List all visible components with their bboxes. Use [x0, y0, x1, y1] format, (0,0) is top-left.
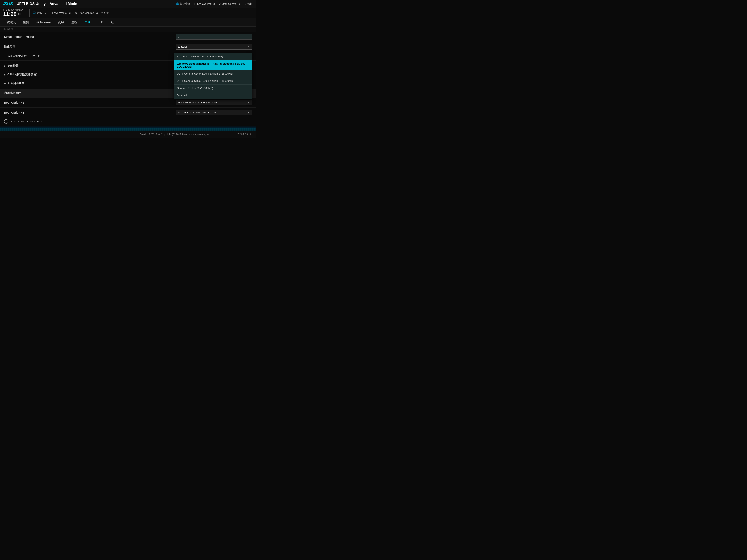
top-hint: 启动配置 — [0, 27, 256, 32]
dropdown-item-disabled[interactable]: Disabled — [174, 92, 252, 99]
setup-prompt-timeout-row: Setup Prompt Timeout — [0, 32, 256, 42]
bottom-decoration — [0, 126, 256, 131]
settings-icon[interactable]: ⚙ — [18, 12, 21, 16]
myfavorite-control-2[interactable]: ⊟ MyFavorite(F3) — [51, 11, 71, 15]
csm-label: CSM（兼容性支持模块） — [7, 73, 39, 77]
nav-advanced[interactable]: 高级 — [55, 18, 68, 26]
asus-logo: /SUS — [3, 1, 12, 6]
hotkey-control[interactable]: ? 热键 — [245, 2, 253, 6]
settings-panel: 启动配置 Setup Prompt Timeout 快速启动 Enabled A… — [0, 27, 256, 138]
fast-boot-value[interactable]: Enabled — [176, 44, 252, 50]
nav-favorites[interactable]: 收藏夹 — [3, 18, 19, 26]
setup-prompt-timeout-label: Setup Prompt Timeout — [4, 35, 176, 38]
fast-boot-label: 快速启动 — [4, 45, 176, 49]
language-control-2[interactable]: 🌐 简体中文 — [32, 11, 47, 15]
fan-icon: ⚙ — [218, 2, 221, 5]
dropdown-item-uefi-part2[interactable]: UEFI: General UDisk 5.00, Partition 2 (1… — [174, 78, 252, 85]
star-icon: ⊟ — [194, 2, 196, 5]
fast-boot-select[interactable]: Enabled — [176, 44, 252, 50]
boot-option-1-wrapper[interactable]: Windows Boot Manager (SATA6G... — [176, 100, 252, 105]
language-label: 简体中文 — [180, 2, 190, 6]
hotkey-label-2: 热键 — [104, 11, 109, 15]
nav-exit[interactable]: 退出 — [107, 18, 121, 26]
expand-arrow-1: ▶ — [4, 64, 6, 67]
qfan-control-2[interactable]: ⚙ Qfan Control(F6) — [75, 11, 98, 15]
nav-overview[interactable]: 概要 — [19, 18, 32, 26]
fast-boot-row: 快速启动 Enabled — [0, 42, 256, 52]
info-icon: i — [4, 119, 8, 124]
info-text: Sets the system boot order — [11, 120, 42, 123]
myfavorite-label-2: MyFavorite(F3) — [54, 11, 71, 15]
footer-right: 上一次的修改记录 — [233, 133, 252, 136]
boot-option-2-row: Boot Option #2 SATA6G_2: ST9500325AS (47… — [0, 108, 256, 117]
setup-prompt-timeout-value[interactable] — [176, 34, 252, 39]
header: /SUS UEFI BIOS Utility – Advanced Mode 🌐… — [0, 0, 256, 8]
language-control[interactable]: 🌐 简体中文 — [176, 2, 190, 6]
dropdown-item-general-udisk[interactable]: General UDisk 5.00 (15000MB) — [174, 85, 252, 92]
dropdown-item-uefi-part1[interactable]: UEFI: General UDisk 5.00, Partition 1 (1… — [174, 70, 252, 78]
expand-arrow-2: ▶ — [4, 73, 6, 76]
question-icon: ? — [245, 2, 246, 5]
qfan-label: Qfan Control(F6) — [222, 2, 241, 5]
bios-title: UEFI BIOS Utility – Advanced Mode — [17, 2, 77, 6]
qfan-label-2: Qfan Control(F6) — [78, 11, 98, 15]
fan-icon-2: ⚙ — [75, 11, 77, 15]
boot-option-2-select[interactable]: SATA6G_2: ST9500325AS (4769... — [176, 110, 252, 115]
date-display: 04/22/2024 Monday — [3, 8, 23, 11]
nav-monitor[interactable]: 监控 — [68, 18, 81, 26]
footer: Version 2.17.1246. Copyright (C) 2017 Am… — [0, 131, 256, 138]
qfan-control[interactable]: ⚙ Qfan Control(F6) — [218, 2, 241, 5]
time-display: 11:29 — [3, 11, 17, 17]
nav-ai-tweaker[interactable]: Ai Tweaker — [32, 19, 55, 26]
boot-settings-label: 启动设置 — [7, 64, 19, 68]
boot-option-dropdown[interactable]: SATA6G_2: ST9500325AS (476940MB) Windows… — [174, 53, 252, 99]
expand-arrow-3: ▶ — [4, 82, 6, 85]
boot-option-1-select[interactable]: Windows Boot Manager (SATA6G... — [176, 100, 252, 105]
hotkey-label: 热键 — [247, 2, 253, 6]
secondary-controls: 🌐 简体中文 ⊟ MyFavorite(F3) ⚙ Qfan Control(F… — [32, 11, 109, 15]
secure-boot-label: 安全启动菜单 — [7, 82, 24, 85]
info-bar: i Sets the system boot order — [0, 117, 256, 126]
boot-option-1-label: Boot Option #1 — [4, 101, 176, 104]
vertical-divider — [29, 9, 30, 17]
boot-option-2-label: Boot Option #2 — [4, 111, 176, 114]
setup-prompt-timeout-input[interactable] — [176, 34, 252, 39]
nav-tools[interactable]: 工具 — [94, 18, 107, 26]
dropdown-item-sata6g2[interactable]: SATA6G_2: ST9500325AS (476940MB) — [174, 53, 252, 60]
datetime-display: 04/22/2024 Monday 11:29 ⚙ — [3, 8, 23, 17]
star-icon-2: ⊟ — [51, 11, 53, 15]
datetime-bar: 04/22/2024 Monday 11:29 ⚙ 🌐 简体中文 ⊟ MyFav… — [0, 8, 256, 18]
globe-icon-2: 🌐 — [32, 11, 35, 15]
boot-option-2-wrapper[interactable]: SATA6G_2: ST9500325AS (4769... — [176, 110, 252, 115]
hotkey-control-2[interactable]: ? 热键 — [102, 11, 109, 15]
myfavorite-label: MyFavorite(F3) — [197, 2, 215, 5]
dropdown-item-windows-boot[interactable]: Windows Boot Manager (SATA6G_3: Samsung … — [174, 60, 252, 70]
nav-boot[interactable]: 启动 — [81, 18, 94, 26]
language-label-2: 简体中文 — [36, 11, 47, 15]
nav-menu: 收藏夹 概要 Ai Tweaker 高级 监控 启动 工具 退出 — [0, 18, 256, 27]
question-icon-2: ? — [102, 11, 103, 15]
footer-version: Version 2.17.1246. Copyright (C) 2017 Am… — [118, 133, 233, 136]
header-controls: 🌐 简体中文 ⊟ MyFavorite(F3) ⚙ Qfan Control(F… — [176, 2, 253, 6]
myfavorite-control[interactable]: ⊟ MyFavorite(F3) — [194, 2, 215, 5]
globe-icon: 🌐 — [176, 2, 179, 5]
